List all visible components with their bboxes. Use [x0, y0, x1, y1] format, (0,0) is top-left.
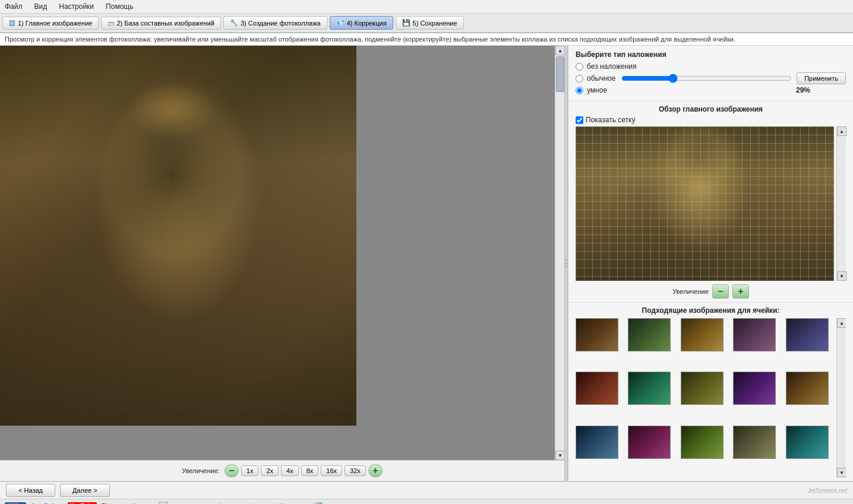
preview-vscrollbar[interactable]: ▲ ▼: [836, 126, 846, 281]
overlay-title: Выберите тип наложения: [576, 50, 846, 59]
image-thumb[interactable]: [786, 372, 829, 405]
zoom-decrease-btn[interactable]: −: [225, 464, 239, 477]
zoom-4x-btn[interactable]: 4x: [281, 465, 299, 476]
tab-create[interactable]: 🔧 3) Создание фотоколлажа: [223, 16, 327, 30]
zoom-controls: Увеличение: − 1x 2x 4x 8x 16x 32x +: [0, 460, 564, 481]
overlay-slider[interactable]: [621, 74, 792, 83]
preview-zoom-label: Увеличение: [672, 288, 709, 295]
zoom-2x-btn[interactable]: 2x: [261, 465, 279, 476]
image-thumb[interactable]: [681, 372, 724, 405]
overlay-normal-row: обычное Применить: [576, 72, 846, 84]
mosaic-image: [0, 46, 356, 426]
next-btn[interactable]: Далее >: [60, 484, 110, 497]
overlay-value: 29%: [796, 86, 810, 94]
tab-save[interactable]: 💾 5) Сохранение: [396, 16, 464, 30]
overlay-smart-radio[interactable]: [576, 87, 583, 94]
image-thumb[interactable]: [576, 426, 618, 459]
overlay-none-row: без наложения: [576, 62, 846, 71]
zoom-32x-btn[interactable]: 32x: [345, 465, 366, 476]
tab-database[interactable]: 🗃 2) База составных изображений: [101, 17, 220, 30]
back-btn[interactable]: < Назад: [6, 484, 55, 497]
preview-mosaic-image: [576, 126, 834, 281]
overlay-normal-radio[interactable]: [576, 75, 583, 83]
status-bar: ⚙ Количество выбранных фотографий: 2743 …: [159, 502, 370, 505]
menu-settings[interactable]: Настройки: [56, 1, 96, 12]
toolbar: 🖼 1) Главное изображение 🗃 2) База соста…: [0, 14, 853, 33]
save-icon: 💾: [402, 19, 410, 27]
image-thumb[interactable]: [786, 426, 829, 459]
scroll-thumb[interactable]: [556, 56, 564, 92]
preview-scroll-up[interactable]: ▲: [837, 126, 846, 136]
images-section: Подходящие изображения для ячейки:: [568, 303, 853, 481]
canvas-area[interactable]: [0, 46, 555, 460]
database-icon: 🗃: [108, 20, 114, 27]
scroll-up-btn[interactable]: ▲: [555, 46, 564, 55]
images-vscrollbar[interactable]: ▲ ▼: [836, 318, 846, 477]
preview-zoom-row: Увеличение − +: [576, 284, 846, 299]
menu-file[interactable]: Файл: [2, 1, 25, 12]
image-thumb[interactable]: [576, 318, 618, 351]
show-grid-row: Показать сетку: [576, 116, 846, 124]
zoom-increase-btn[interactable]: +: [368, 464, 383, 477]
social-bar: f Like 🐦 Follow YouTube Pinterest 📷 ⚙ Ко…: [0, 499, 853, 504]
image-thumb[interactable]: [786, 318, 829, 351]
preview-canvas: [576, 126, 834, 281]
zoom-label: Увеличение:: [182, 467, 220, 474]
image-thumb[interactable]: [628, 426, 671, 459]
overlay-normal-label: обычное: [587, 74, 615, 83]
overlay-smart-label: умное: [587, 86, 607, 94]
show-grid-label: Показать сетку: [586, 116, 636, 124]
infobar: Просмотр и коррекция элементов фотоколла…: [0, 33, 853, 46]
zoom-8x-btn[interactable]: 8x: [301, 465, 319, 476]
overlay-none-label: без наложения: [587, 62, 637, 71]
tab-correction[interactable]: 💎 4) Коррекция: [330, 16, 393, 30]
image-thumb[interactable]: [681, 318, 724, 351]
zoom-16x-btn[interactable]: 16x: [321, 465, 342, 476]
images-scroll-up[interactable]: ▲: [837, 318, 846, 328]
preview-scroll-down[interactable]: ▼: [837, 271, 846, 281]
progress-icon: ⚙: [159, 502, 168, 505]
scroll-down-btn[interactable]: ▼: [555, 451, 564, 460]
images-title: Подходящие изображения для ячейки:: [576, 306, 846, 315]
image-thumb[interactable]: [628, 372, 671, 405]
create-icon: 🔧: [230, 19, 238, 27]
image-thumb[interactable]: [733, 318, 776, 351]
bottom-bar: < Назад Далее > JetScreens.net: [0, 481, 853, 499]
left-panel: ▲ ▼ Увеличение: − 1x 2x 4x 8x 16x 32x +: [0, 46, 564, 481]
images-grid: [576, 318, 836, 477]
image-thumb[interactable]: [733, 426, 776, 459]
image-thumb[interactable]: [681, 426, 724, 459]
overlay-section: Выберите тип наложения без наложения обы…: [568, 46, 853, 102]
main-content: ▲ ▼ Увеличение: − 1x 2x 4x 8x 16x 32x + …: [0, 46, 853, 481]
show-grid-checkbox[interactable]: [576, 116, 583, 124]
image-thumb[interactable]: [733, 372, 776, 405]
image-thumb[interactable]: [628, 318, 671, 351]
overlay-none-radio[interactable]: [576, 63, 583, 71]
zoom-1x-btn[interactable]: 1x: [241, 465, 259, 476]
preview-section: Обзор главного изображения Показать сетк…: [568, 102, 853, 303]
image-thumb[interactable]: [576, 372, 618, 405]
menubar: Файл Вид Настройки Помощь: [0, 0, 853, 14]
instagram-icon[interactable]: 📷: [132, 502, 142, 505]
brand-right: JetScreens.net: [807, 487, 847, 494]
menu-help[interactable]: Помощь: [103, 1, 135, 12]
preview-title: Обзор главного изображения: [576, 105, 846, 113]
apply-btn[interactable]: Применить: [797, 72, 846, 84]
image-icon: 🖼: [9, 20, 15, 27]
correction-icon: 💎: [336, 19, 345, 27]
canvas-vscrollbar[interactable]: ▲ ▼: [555, 46, 564, 460]
preview-zoom-increase[interactable]: +: [732, 284, 749, 299]
tab-main-image[interactable]: 🖼 1) Главное изображение: [2, 17, 99, 30]
images-scroll-down[interactable]: ▼: [837, 468, 846, 477]
preview-zoom-decrease[interactable]: −: [712, 284, 729, 299]
menu-view[interactable]: Вид: [32, 1, 50, 12]
overlay-smart-row: умное 29%: [576, 86, 846, 94]
right-panel: Выберите тип наложения без наложения обы…: [568, 46, 853, 481]
